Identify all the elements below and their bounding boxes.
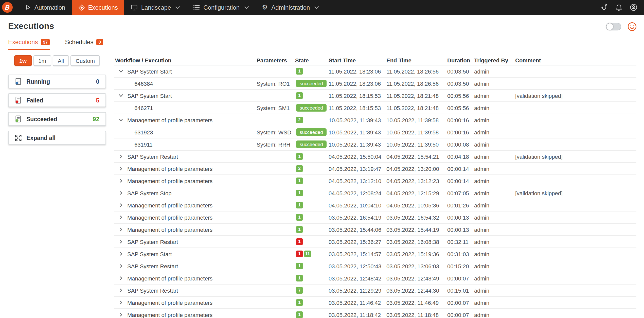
start-time-cell: 04.05.2022, 10:04:10 (329, 202, 386, 208)
expand-row-icon[interactable] (119, 190, 124, 196)
expand-row-icon[interactable] (119, 263, 124, 269)
status-card-failed[interactable]: Failed 5 (8, 93, 106, 107)
workflow-row[interactable]: SAP System Start11103.05.2022, 15:14:570… (114, 248, 636, 260)
nav-item-executions[interactable]: Executions (72, 0, 124, 15)
expand-row-icon[interactable] (119, 300, 124, 305)
duration-cell: 00:05:56 (447, 105, 474, 111)
state-cell: succeeded (295, 80, 329, 87)
column-header-comment: Comment (515, 57, 636, 63)
expand-row-icon[interactable] (119, 203, 124, 208)
workflow-row[interactable]: SAP System Restart703.05.2022, 12:29:290… (114, 285, 636, 297)
nav-item-landscape[interactable]: Landscape (124, 0, 187, 15)
state-count-badge-green: 1 (296, 311, 303, 318)
duration-cell: 00:31:03 (447, 251, 474, 257)
duration-cell: 00:00:14 (447, 166, 474, 172)
expand-row-icon[interactable] (119, 178, 124, 183)
workflow-row[interactable]: Management of profile parameters104.05.2… (114, 199, 636, 211)
start-time-cell: 03.05.2022, 15:36:27 (329, 239, 386, 245)
state-cell: 1 (295, 299, 329, 306)
workflow-cell: 631923 (114, 129, 257, 135)
collapse-row-icon[interactable] (119, 117, 124, 122)
workflow-row[interactable]: Management of profile parameters210.05.2… (114, 114, 636, 126)
expand-row-icon[interactable] (119, 215, 124, 220)
nav-item-automation[interactable]: Automation (19, 0, 72, 15)
workflow-cell: Management of profile parameters (114, 166, 257, 172)
start-time-cell: 10.05.2022, 11:39:43 (329, 117, 386, 123)
bell-icon[interactable] (616, 4, 622, 11)
workflow-row[interactable]: Management of profile parameters103.05.2… (114, 272, 636, 285)
nav-item-administration[interactable]: ⚙ Administration (255, 0, 326, 15)
workflow-row[interactable]: SAP System Restart103.05.2022, 12:50:430… (114, 260, 636, 272)
time-range-custom[interactable]: Custom (70, 55, 100, 66)
time-range-1m[interactable]: 1m (33, 55, 51, 66)
collapse-row-icon[interactable] (119, 69, 124, 74)
nav-item-configuration[interactable]: Configuration (187, 0, 255, 15)
workflow-row[interactable]: Management of profile parameters104.05.2… (114, 175, 636, 187)
parameters-cell: System: WSD (257, 129, 295, 135)
tab-schedules[interactable]: Schedules 0 (65, 39, 103, 50)
expand-all-button[interactable]: Expand all (8, 131, 106, 145)
filter-sidebar: 1w 1m All Custom Running 0 Failed (8, 55, 106, 145)
duration-cell: 00:05:56 (447, 93, 474, 99)
expand-row-icon[interactable] (119, 227, 124, 232)
workflow-cell: Management of profile parameters (114, 202, 257, 208)
workflow-row[interactable]: Management of profile parameters103.05.2… (114, 224, 636, 236)
duration-cell: 00:00:07 (447, 312, 474, 318)
execution-id: 646271 (134, 105, 153, 111)
workflow-cell: 646271 (114, 105, 257, 111)
state-badge-succeeded: succeeded (296, 140, 327, 148)
duration-cell: 00:00:16 (447, 129, 474, 135)
triggered-by-cell: admin (474, 275, 515, 281)
collapse-row-icon[interactable] (119, 93, 124, 98)
page-header: Executions (0, 15, 644, 31)
workflow-row[interactable]: SAP System Stop104.05.2022, 12:08:2404.0… (114, 187, 636, 199)
hook-icon[interactable] (601, 4, 608, 11)
execution-child-row[interactable]: 646384System: RO1succeeded11.05.2022, 18… (114, 78, 636, 90)
user-icon[interactable] (630, 4, 637, 11)
status-card-succeeded[interactable]: Succeeded 92 (8, 112, 106, 126)
end-time-cell: 04.05.2022, 12:15:29 (386, 190, 447, 196)
expand-row-icon[interactable] (119, 276, 124, 281)
workflow-row[interactable]: SAP System Restart104.05.2022, 15:50:040… (114, 151, 636, 163)
workflow-row[interactable]: SAP System Start111.05.2022, 18:15:5311.… (114, 90, 636, 102)
expand-row-icon[interactable] (119, 251, 124, 256)
expand-row-icon[interactable] (119, 288, 124, 293)
workflow-row[interactable]: Management of profile parameters103.05.2… (114, 211, 636, 224)
workflow-row[interactable]: SAP System Restart103.05.2022, 15:36:270… (114, 236, 636, 248)
time-range-1w[interactable]: 1w (14, 55, 32, 66)
expand-row-icon[interactable] (119, 154, 124, 159)
state-count-badge-green: 1 (296, 202, 303, 208)
state-count-badge-green: 2 (296, 117, 303, 123)
state-count-badge-green: 1 (296, 178, 303, 184)
end-time-cell: 03.05.2022, 11:46:49 (386, 299, 447, 306)
status-card-running[interactable]: Running 0 (8, 75, 106, 88)
execution-child-row[interactable]: 631923System: WSDsucceeded10.05.2022, 11… (114, 126, 636, 138)
workflow-row[interactable]: Management of profile parameters103.05.2… (114, 297, 636, 309)
chevron-down-icon (175, 6, 180, 9)
time-range-all[interactable]: All (53, 55, 69, 66)
state-cell: 1 (295, 238, 329, 245)
nav-label: Automation (34, 4, 65, 11)
workflow-row[interactable]: Management of profile parameters204.05.2… (114, 163, 636, 175)
support-smiley-icon[interactable] (627, 22, 637, 31)
expand-row-icon[interactable] (119, 239, 124, 244)
triggered-by-cell: admin (474, 202, 515, 208)
duration-cell: 00:00:13 (447, 226, 474, 233)
state-cell: 111 (295, 251, 329, 257)
tab-executions[interactable]: Executions 97 (8, 39, 50, 50)
workflow-cell: SAP System Restart (114, 153, 257, 160)
execution-child-row[interactable]: 646271System: SM1succeeded11.05.2022, 18… (114, 102, 636, 114)
start-time-cell: 03.05.2022, 15:44:06 (329, 226, 386, 233)
workflow-row[interactable]: SAP System Start111.05.2022, 18:23:0611.… (114, 65, 636, 78)
status-card-count: 92 (93, 115, 99, 122)
status-card-count: 0 (96, 78, 99, 85)
workflow-row[interactable]: Management of profile parameters103.05.2… (114, 309, 636, 318)
header-toggle[interactable] (606, 23, 621, 30)
expand-row-icon[interactable] (119, 166, 124, 171)
execution-child-row[interactable]: 631911System: RRHsucceeded10.05.2022, 11… (114, 138, 636, 151)
state-count-badge-green: 1 (296, 68, 303, 75)
workflow-name: Management of profile parameters (127, 117, 212, 123)
expand-row-icon[interactable] (119, 312, 124, 317)
app-logo[interactable]: B (2, 2, 13, 13)
status-card-count: 5 (96, 97, 99, 104)
